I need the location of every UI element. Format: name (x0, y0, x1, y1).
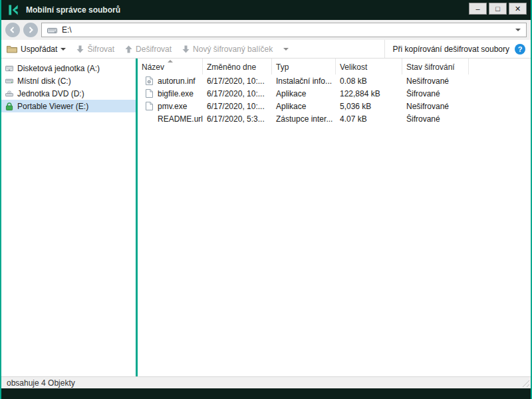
floppy-drive-icon (5, 64, 13, 73)
sidebar-item-floppy-a[interactable]: Disketová jednotka (A:) (1, 62, 136, 74)
file-status: Nešifrované (402, 76, 469, 86)
file-name: pmv.exe (158, 102, 187, 111)
address-bar[interactable]: E:\ (41, 23, 527, 37)
organize-button[interactable]: Uspořádat (7, 45, 66, 54)
file-row-pmv[interactable]: pmv.exe 6/17/2020, 10:... Aplikace 5,036… (138, 100, 531, 112)
column-header-status[interactable]: Stav šifrování (402, 59, 469, 74)
file-modified: 6/17/2020, 5:3... (203, 114, 272, 124)
sidebar-item-dvd-d[interactable]: Jednotka DVD (D:) (1, 87, 136, 100)
file-icon-placeholder (146, 114, 154, 124)
column-header-type[interactable]: Typ (272, 59, 336, 74)
file-type: Aplikace (272, 89, 336, 98)
file-size: 122,884 kB (336, 89, 402, 98)
decrypt-button[interactable]: Dešifrovat (125, 45, 172, 54)
drive-icon (47, 27, 57, 34)
file-modified: 6/17/2020, 10:... (203, 76, 272, 86)
file-row-bigfile[interactable]: bigfile.exe 6/17/2020, 10:... Aplikace 1… (138, 87, 531, 100)
sidebar-item-label: Jednotka DVD (D:) (17, 89, 84, 98)
organize-label: Uspořádat (21, 45, 57, 54)
file-modified: 6/17/2020, 10:... (203, 102, 272, 111)
address-text: E:\ (62, 25, 72, 35)
column-header-modified[interactable]: Změněno dne (203, 59, 272, 74)
status-text: obsahuje 4 Objekty (7, 378, 75, 388)
new-package-button[interactable]: Nový šifrovaný balíček (182, 45, 273, 54)
titlebar: Mobilní správce souborů – □ ✕ (1, 0, 531, 20)
sort-ascending-icon (168, 60, 173, 63)
close-button[interactable]: ✕ (509, 3, 527, 15)
bottom-chrome-bar (1, 388, 531, 399)
organize-dropdown-icon (61, 48, 66, 51)
kaspersky-logo-icon (7, 3, 20, 17)
decrypt-arrow-icon (125, 45, 132, 53)
back-arrow-icon (9, 27, 16, 33)
decrypt-label: Dešifrovat (136, 45, 172, 54)
file-name: README.url (158, 114, 203, 124)
column-header-name[interactable]: Název (138, 59, 203, 74)
copy-option-label: Při kopírování dešifrovat soubory (393, 45, 509, 54)
help-icon[interactable]: ? (515, 44, 525, 55)
window-controls: – □ ✕ (469, 3, 527, 15)
toolbar: Uspořádat Šifrovat Dešifrovat Nový šifro… (1, 40, 531, 59)
sidebar-item-portable-viewer-e[interactable]: Portable Viewer (E:) (1, 100, 136, 112)
status-bar: obsahuje 4 Objekty (1, 376, 531, 388)
new-package-label: Nový šifrovaný balíček (193, 45, 273, 54)
file-row-autorun[interactable]: autorun.inf 6/17/2020, 10:... Instalační… (138, 74, 531, 87)
minimize-button[interactable]: – (469, 3, 487, 15)
file-size: 4.07 kB (336, 114, 402, 124)
column-header-size[interactable]: Velikost (336, 59, 402, 74)
sidebar-item-label: Disketová jednotka (A:) (17, 64, 100, 73)
file-icon (146, 102, 154, 111)
file-size: 0.08 kB (336, 76, 402, 86)
file-status: Nešifrované (402, 102, 469, 111)
lock-icon (5, 102, 13, 111)
navigation-bar: E:\ (1, 20, 531, 40)
file-type: Instalační info... (272, 76, 336, 86)
sidebar-item-label: Portable Viewer (E:) (17, 102, 88, 111)
app-window: Mobilní správce souborů – □ ✕ E:\ (0, 0, 532, 399)
file-name: bigfile.exe (158, 89, 194, 98)
resize-grip[interactable] (521, 378, 529, 387)
maximize-button[interactable]: □ (489, 3, 507, 15)
file-modified: 6/17/2020, 10:... (203, 89, 272, 98)
file-status: Šifrované (402, 89, 469, 98)
sidebar: Disketová jednotka (A:) Místní disk (C:) (1, 59, 136, 376)
file-size: 5,036 kB (336, 102, 402, 111)
hard-disk-icon (5, 76, 13, 86)
new-package-dropdown-icon[interactable] (283, 48, 289, 51)
sidebar-item-local-disk-c[interactable]: Místní disk (C:) (1, 74, 136, 87)
window-title: Mobilní správce souborů (26, 5, 120, 15)
file-type: Aplikace (272, 102, 336, 111)
encrypt-label: Šifrovat (87, 45, 114, 54)
back-button[interactable] (5, 23, 20, 37)
toolbar-right: Při kopírování dešifrovat soubory ? (384, 40, 525, 58)
file-name: autorun.inf (158, 76, 196, 86)
column-header-filler (469, 59, 531, 74)
file-status: Šifrované (402, 114, 469, 124)
new-package-arrow-icon (182, 45, 190, 53)
column-headers: Název Změněno dne Typ Velikost Stav šifr… (138, 59, 531, 74)
forward-arrow-icon (27, 27, 34, 33)
encrypt-arrow-icon (76, 45, 84, 53)
encrypt-button[interactable]: Šifrovat (76, 45, 114, 54)
forward-button[interactable] (23, 23, 38, 37)
file-type: Zástupce inter... (272, 114, 336, 124)
file-icon (146, 89, 154, 98)
main-area: Disketová jednotka (A:) Místní disk (C:) (1, 59, 531, 376)
address-dropdown-icon[interactable] (515, 29, 521, 31)
sidebar-item-label: Místní disk (C:) (17, 76, 71, 86)
folder-icon (7, 45, 17, 53)
dvd-drive-icon (5, 89, 13, 98)
file-row-readme[interactable]: README.url 6/17/2020, 5:3... Zástupce in… (138, 112, 531, 125)
file-list: Název Změněno dne Typ Velikost Stav šifr… (138, 59, 531, 376)
autorun-file-icon (146, 76, 154, 86)
